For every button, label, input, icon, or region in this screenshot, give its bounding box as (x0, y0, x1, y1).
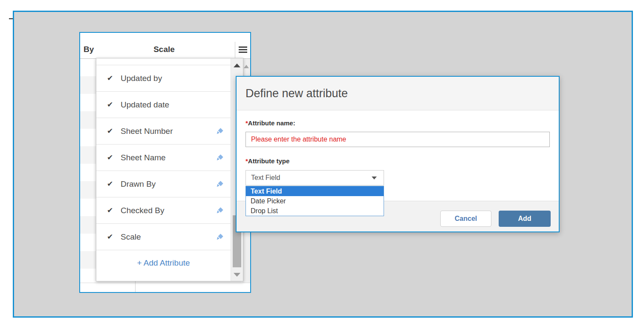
edit-pencil-icon[interactable] (216, 233, 224, 241)
column-menu-button[interactable] (235, 42, 250, 58)
add-attribute-link[interactable]: + Add Attribute (96, 250, 231, 276)
edit-pencil-icon[interactable] (216, 180, 224, 188)
attribute-name-label: *Attribute name: (245, 119, 295, 127)
menu-item-sheet-name[interactable]: ✔ Sheet Name (96, 145, 231, 171)
table-column-divider (135, 281, 136, 292)
check-icon: ✔ (107, 197, 113, 224)
define-attribute-dialog: Define new attribute *Attribute name: *A… (236, 76, 560, 232)
table-row-divider (80, 283, 250, 283)
check-icon: ✔ (107, 224, 113, 250)
scroll-up-icon[interactable] (244, 65, 249, 68)
column-menu-list: ✔ Updated by ✔ Updated date ✔ Sheet Numb… (96, 58, 231, 281)
menu-item-label: Sheet Name (121, 145, 166, 171)
attribute-type-label: *Attribute type (245, 157, 289, 165)
scroll-up-icon[interactable] (234, 64, 240, 67)
column-header-scale: Scale (96, 45, 232, 54)
check-icon: ✔ (107, 118, 113, 145)
add-button[interactable]: Add (499, 211, 551, 227)
check-icon: ✔ (107, 92, 113, 118)
column-menu: ✔ Updated by ✔ Updated date ✔ Sheet Numb… (96, 58, 243, 281)
scroll-down-icon[interactable] (234, 273, 240, 277)
menu-item-sheet-number[interactable]: ✔ Sheet Number (96, 118, 231, 145)
menu-item-label: Checked By (121, 197, 164, 224)
attribute-name-input[interactable] (245, 132, 550, 147)
app-frame: By Scale ✔ Updated by ✔ (13, 11, 633, 318)
menu-item-label: Sheet Number (121, 118, 173, 145)
menu-item-drawn-by[interactable]: ✔ Drawn By (96, 171, 231, 197)
menu-item-updated-date[interactable]: ✔ Updated date (96, 92, 231, 118)
select-value: Text Field (251, 171, 280, 185)
edit-pencil-icon[interactable] (216, 207, 224, 214)
menu-item-updated-by[interactable]: ✔ Updated by (96, 65, 231, 92)
table-panel: By Scale ✔ Updated by ✔ (79, 32, 251, 293)
option-date-picker[interactable]: Date Picker (246, 196, 384, 206)
menu-item-partial (96, 58, 231, 65)
dialog-header: Define new attribute (237, 77, 559, 110)
edit-pencil-icon[interactable] (216, 154, 224, 162)
check-icon: ✔ (107, 171, 113, 197)
hamburger-icon (239, 46, 247, 54)
menu-item-checked-by[interactable]: ✔ Checked By (96, 197, 231, 224)
menu-item-label: Scale (121, 224, 141, 250)
dialog-title: Define new attribute (245, 77, 348, 110)
tick-mark (9, 18, 13, 19)
cancel-button[interactable]: Cancel (440, 211, 491, 227)
table-header: By Scale (80, 42, 250, 59)
chevron-down-icon (372, 177, 377, 179)
option-drop-list[interactable]: Drop List (246, 206, 384, 216)
edit-pencil-icon[interactable] (216, 127, 224, 135)
option-text-field[interactable]: Text Field (246, 186, 384, 196)
menu-item-scale[interactable]: ✔ Scale (96, 224, 231, 250)
menu-item-label: Drawn By (121, 171, 156, 197)
column-header-by: By (84, 45, 94, 54)
check-icon: ✔ (107, 65, 113, 92)
type-options-list: Text Field Date Picker Drop List (245, 186, 384, 216)
attribute-type-select[interactable]: Text Field (245, 170, 384, 185)
check-icon: ✔ (107, 145, 113, 171)
menu-item-label: Updated date (121, 92, 169, 118)
menu-item-label: Updated by (121, 65, 162, 92)
screenshot-page: By Scale ✔ Updated by ✔ (0, 0, 644, 327)
